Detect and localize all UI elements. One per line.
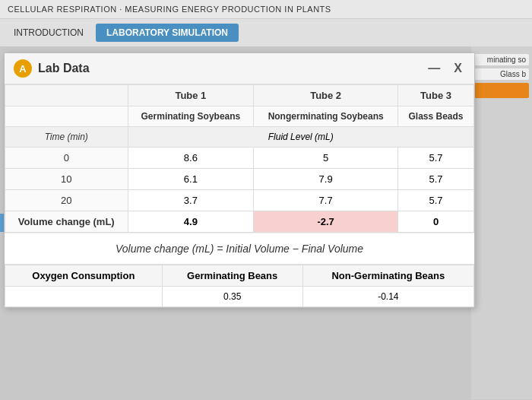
tube2-t10: 7.9 (254, 169, 398, 190)
formula-text: Volume change (mL) = Initial Volume − Fi… (116, 243, 363, 255)
modal-controls: — X (425, 62, 465, 75)
tube1-t20: 3.7 (128, 190, 254, 211)
germinating-beans-value: 0.35 (162, 287, 302, 307)
col-tube3-header: Tube 3 (398, 85, 474, 106)
nav-tabs: INTRODUCTION LABORATORY SIMULATION (0, 19, 532, 46)
col-tube1-header: Tube 1 (128, 85, 254, 106)
tube2-t0: 5 (254, 148, 398, 169)
column-headers-row: Tube 1 Tube 2 Tube 3 (5, 85, 474, 106)
table-row: 10 6.1 7.9 5.7 (5, 169, 474, 190)
right-label-1: minating so (474, 54, 529, 65)
time-20: 20 (5, 190, 128, 211)
tube1-t10: 6.1 (128, 169, 254, 190)
vol-change-tube1: 4.9 (128, 211, 254, 233)
tube1-sub-label: Germinating Soybeans (141, 111, 241, 122)
right-orange-bar (474, 83, 529, 98)
col-empty-header (5, 85, 128, 106)
tube3-t0: 5.7 (398, 148, 474, 169)
tube3-t10: 5.7 (398, 169, 474, 190)
col-tube2-header: Tube 2 (254, 85, 398, 106)
formula-area: Volume change (mL) = Initial Volume − Fi… (5, 233, 474, 264)
bottom-section: Oxygen Consumption Germinating Beans Non… (5, 264, 474, 307)
lab-table-wrapper: Tube 1 Tube 2 Tube 3 Germinating Soybean… (5, 84, 474, 233)
right-label-2: Glass b (474, 68, 529, 80)
modal-header: A Lab Data — X (5, 53, 474, 84)
bottom-col1-header: Oxygen Consumption (5, 265, 163, 287)
non-germinating-beans-value: -0.14 (302, 287, 473, 307)
bottom-col2-header: Germinating Beans (162, 265, 302, 287)
right-panel: minating so Glass b (471, 46, 532, 399)
tube3-t20: 5.7 (398, 190, 474, 211)
bottom-data-row: 0.35 -0.14 (5, 287, 474, 307)
close-button[interactable]: X (451, 62, 465, 75)
bottom-empty-cell (5, 287, 163, 307)
minimize-button[interactable]: — (425, 62, 443, 75)
table-row: 20 3.7 7.7 5.7 (5, 190, 474, 211)
volume-change-row: Volume change (mL) 4.9 0 (5, 211, 474, 233)
top-bar: CELLULAR RESPIRATION · MEASURING ENERGY … (0, 0, 532, 19)
tube1-t0: 8.6 (128, 148, 254, 169)
modal-icon: A (14, 59, 32, 78)
sub-col-tube3: Glass Beads (398, 106, 474, 127)
time-col-label: Time (min) (5, 127, 128, 148)
tube2-sub-label: Nongerminating Soybeans (268, 111, 384, 122)
vol-change-tube2-input[interactable] (303, 216, 349, 227)
bottom-header-row: Oxygen Consumption Germinating Beans Non… (5, 265, 474, 287)
fluid-level-label: Fluid Level (mL) (128, 127, 474, 148)
page-title: CELLULAR RESPIRATION · MEASURING ENERGY … (8, 5, 331, 14)
sub-col-tube2: Nongerminating Soybeans (254, 106, 398, 127)
bottom-table: Oxygen Consumption Germinating Beans Non… (5, 265, 474, 307)
sub-col-empty (5, 106, 128, 127)
main-content: A A Lab Data — X Tube 1 Tube 2 Tube 3 (0, 46, 532, 399)
sub-headers-row: Germinating Soybeans Nongerminating Soyb… (5, 106, 474, 127)
vol-change-tube2[interactable] (254, 211, 398, 233)
time-10: 10 (5, 169, 128, 190)
lab-data-modal: A Lab Data — X Tube 1 Tube 2 Tube 3 (4, 52, 475, 308)
modal-title: Lab Data (38, 62, 425, 75)
sub-col-tube1: Germinating Soybeans (128, 106, 254, 127)
tab-lab-simulation[interactable]: LABORATORY SIMULATION (96, 24, 239, 42)
volume-change-label: Volume change (mL) (5, 211, 128, 233)
lab-table: Tube 1 Tube 2 Tube 3 Germinating Soybean… (5, 84, 474, 233)
fluid-level-header-row: Time (min) Fluid Level (mL) (5, 127, 474, 148)
vol-change-tube3: 0 (398, 211, 474, 233)
table-row: 0 8.6 5 5.7 (5, 148, 474, 169)
time-0: 0 (5, 148, 128, 169)
tab-introduction[interactable]: INTRODUCTION (8, 24, 90, 41)
tube2-t20: 7.7 (254, 190, 398, 211)
bottom-col3-header: Non-Germinating Beans (302, 265, 473, 287)
